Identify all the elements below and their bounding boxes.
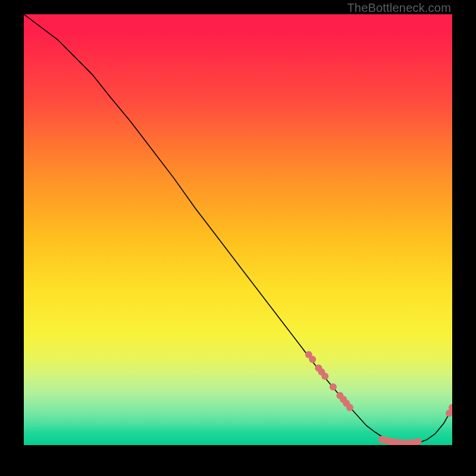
watermark-text: TheBottleneck.com bbox=[347, 1, 451, 15]
marker-points-group bbox=[305, 351, 452, 445]
data-marker bbox=[346, 404, 353, 411]
data-marker bbox=[330, 383, 337, 390]
bottleneck-curve-line bbox=[24, 14, 452, 444]
data-marker bbox=[309, 356, 316, 363]
data-marker bbox=[414, 438, 421, 445]
chart-svg bbox=[24, 14, 452, 445]
data-marker bbox=[321, 372, 328, 380]
chart-area bbox=[24, 14, 452, 445]
